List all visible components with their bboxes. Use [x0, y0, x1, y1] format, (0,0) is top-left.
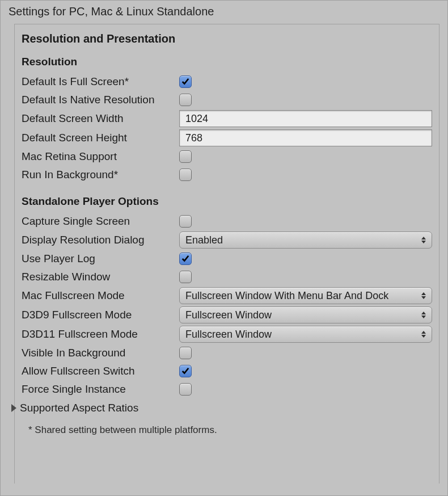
triangle-right-icon: [11, 404, 16, 412]
settings-panel: Settings for PC, Mac & Linux Standalone …: [0, 0, 448, 496]
default-native-res-checkbox[interactable]: [179, 94, 192, 106]
mac-retina-label: Mac Retina Support: [22, 150, 179, 163]
inner-panel: Resolution and Presentation Resolution D…: [14, 24, 439, 484]
run-background-label: Run In Background*: [22, 169, 179, 181]
default-height-label: Default Screen Height: [22, 132, 179, 144]
allow-fullscreen-switch-label: Allow Fullscreen Switch: [22, 365, 179, 377]
allow-fullscreen-switch-checkbox[interactable]: [179, 365, 192, 377]
mac-fullscreen-mode-popup[interactable]: Fullscreen Window With Menu Bar And Dock: [179, 287, 432, 304]
display-res-dialog-popup[interactable]: Enabled: [179, 232, 432, 249]
updown-arrows-icon: [421, 330, 427, 339]
force-single-instance-checkbox[interactable]: [179, 383, 192, 396]
default-native-res-label: Default Is Native Resolution: [22, 94, 179, 106]
mac-retina-checkbox[interactable]: [179, 150, 192, 163]
d3d9-fullscreen-mode-label: D3D9 Fullscreen Mode: [22, 309, 179, 321]
mac-fullscreen-mode-label: Mac Fullscreen Mode: [22, 289, 179, 302]
resolution-title: Resolution: [22, 52, 432, 73]
updown-arrows-icon: [421, 310, 427, 320]
mac-fullscreen-mode-value: Fullscreen Window With Menu Bar And Dock: [185, 290, 388, 301]
d3d11-fullscreen-mode-label: D3D11 Fullscreen Mode: [22, 328, 179, 341]
updown-arrows-icon: [421, 236, 427, 245]
panel-title: Settings for PC, Mac & Linux Standalone: [1, 1, 447, 24]
force-single-instance-label: Force Single Instance: [22, 383, 179, 396]
visible-background-label: Visible In Background: [22, 347, 179, 359]
default-width-input[interactable]: [179, 110, 432, 127]
default-fullscreen-label: Default Is Full Screen*: [22, 75, 179, 88]
d3d11-fullscreen-mode-value: Fullscreen Window: [185, 329, 272, 340]
d3d9-fullscreen-mode-popup[interactable]: Fullscreen Window: [179, 306, 432, 323]
capture-single-label: Capture Single Screen: [22, 215, 179, 228]
display-res-dialog-label: Display Resolution Dialog: [22, 234, 179, 246]
supported-aspect-ratios-label: Supported Aspect Ratios: [20, 402, 138, 414]
d3d9-fullscreen-mode-value: Fullscreen Window: [185, 309, 272, 321]
default-fullscreen-checkbox[interactable]: [179, 75, 192, 88]
shared-setting-footnote: * Shared setting between multiple platfo…: [22, 414, 432, 436]
player-options-title: Standalone Player Options: [22, 192, 432, 212]
d3d11-fullscreen-mode-popup[interactable]: Fullscreen Window: [179, 326, 432, 343]
resizable-window-label: Resizable Window: [22, 271, 179, 283]
default-height-input[interactable]: [179, 129, 432, 146]
use-player-log-checkbox[interactable]: [179, 253, 192, 265]
use-player-log-label: Use Player Log: [22, 253, 179, 265]
run-background-checkbox[interactable]: [179, 169, 192, 181]
section-title: Resolution and Presentation: [22, 30, 432, 52]
display-res-dialog-value: Enabled: [185, 234, 223, 246]
default-width-label: Default Screen Width: [22, 112, 179, 125]
supported-aspect-ratios-foldout[interactable]: Supported Aspect Ratios: [11, 398, 432, 414]
resizable-window-checkbox[interactable]: [179, 271, 192, 283]
visible-background-checkbox[interactable]: [179, 347, 192, 359]
capture-single-checkbox[interactable]: [179, 215, 192, 228]
updown-arrows-icon: [421, 291, 427, 300]
